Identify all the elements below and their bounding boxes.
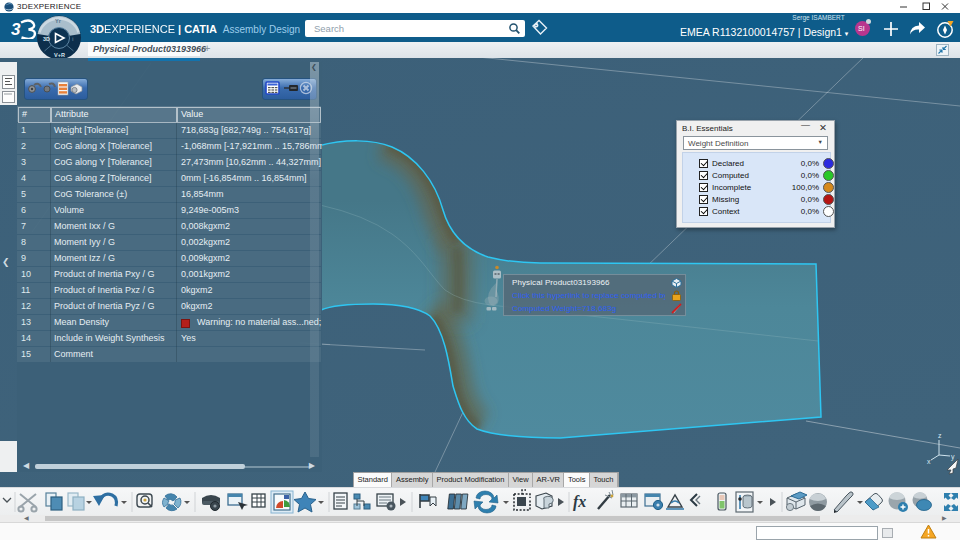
svg-text:y: y [951, 453, 955, 461]
svg-text:3: 3 [11, 20, 21, 39]
svg-text:fx: fx [573, 493, 586, 511]
svg-text:3D: 3D [43, 36, 50, 42]
svg-text:x: x [927, 458, 931, 465]
svg-text:z: z [938, 432, 942, 439]
svg-text:Yr: Yr [55, 18, 62, 24]
